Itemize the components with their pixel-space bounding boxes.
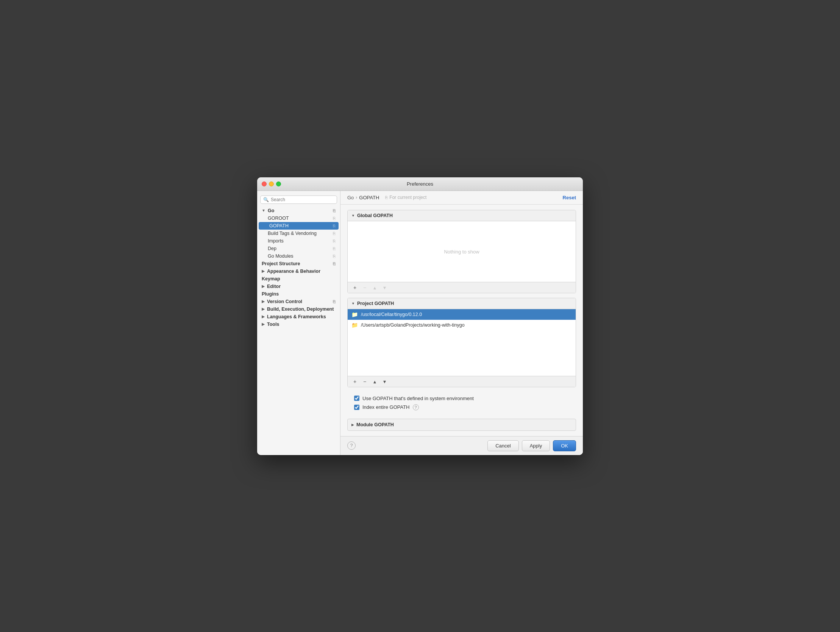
maximize-button[interactable] (276, 182, 281, 187)
global-gopath-title: Global GOPATH (357, 213, 393, 218)
sidebar-item-editor-label: Editor (267, 284, 281, 289)
sidebar-item-gopath[interactable]: GOPATH ⎘ (259, 222, 339, 230)
search-input[interactable] (271, 197, 334, 202)
close-button[interactable] (262, 182, 267, 187)
sidebar-item-go-modules-label: Go Modules (268, 253, 293, 259)
project-gopath-toolbar: + − ▴ ▾ (348, 376, 576, 387)
module-gopath-expand-icon: ▶ (351, 423, 354, 427)
global-gopath-section: ▼ Global GOPATH Nothing to show + − ▴ ▾ (347, 210, 576, 293)
sidebar-item-go-modules[interactable]: Go Modules ⎘ (257, 252, 340, 260)
sidebar-item-gopath-label: GOPATH (269, 223, 289, 228)
sidebar-item-dep[interactable]: Dep ⎘ (257, 245, 340, 252)
copy-gopath-icon: ⎘ (333, 223, 336, 228)
expand-version-control-icon: ▶ (262, 299, 265, 304)
sidebar-item-build-tags-label: Build Tags & Vendoring (268, 231, 317, 236)
window-body: 🔍 ▼ Go ⎘ GOROOT ⎘ GOPATH ⎘ Build T (257, 191, 583, 455)
sidebar-item-goroot[interactable]: GOROOT ⎘ (257, 214, 340, 222)
copy-project-structure-icon: ⎘ (333, 261, 336, 266)
title-bar: Preferences (257, 177, 583, 191)
preferences-window: Preferences 🔍 ▼ Go ⎘ GOROOT ⎘ GO (257, 177, 583, 455)
sidebar-item-version-control-label: Version Control (267, 299, 302, 304)
project-down-button[interactable]: ▾ (380, 378, 388, 385)
apply-button[interactable]: Apply (522, 440, 550, 451)
project-add-button[interactable]: + (351, 378, 359, 385)
help-button[interactable]: ? (347, 442, 355, 450)
sidebar-item-dep-label: Dep (268, 246, 276, 251)
global-gopath-header[interactable]: ▼ Global GOPATH (348, 210, 576, 221)
sidebar-item-keymap[interactable]: Keymap (257, 275, 340, 283)
folder-icon-1: 📁 (351, 312, 358, 317)
sidebar-item-imports[interactable]: Imports ⎘ (257, 237, 340, 245)
window-title: Preferences (407, 181, 433, 187)
sidebar-item-build-tags[interactable]: Build Tags & Vendoring ⎘ (257, 230, 340, 237)
content-area: ▼ Global GOPATH Nothing to show + − ▴ ▾ (341, 204, 583, 436)
copy-small-icon: ⎘ (385, 195, 388, 200)
reset-button[interactable]: Reset (563, 195, 576, 200)
sidebar-item-tools[interactable]: ▶ Tools (257, 320, 340, 328)
list-item[interactable]: 📁 /Users/artspb/GolandProjects/working-w… (348, 320, 576, 330)
global-down-button[interactable]: ▾ (380, 284, 388, 291)
sidebar-item-editor[interactable]: ▶ Editor (257, 283, 340, 290)
project-gopath-expand-icon: ▼ (351, 302, 355, 306)
minimize-button[interactable] (269, 182, 274, 187)
expand-go-icon: ▼ (262, 208, 265, 212)
breadcrumb-project[interactable]: ⎘ For current project (385, 195, 426, 200)
use-gopath-label: Use GOPATH that's defined in system envi… (362, 396, 474, 401)
sidebar-item-imports-label: Imports (268, 238, 284, 244)
copy-dep-icon: ⎘ (333, 246, 336, 251)
breadcrumb-arrow: › (355, 195, 357, 200)
sidebar-item-appearance-behavior[interactable]: ▶ Appearance & Behavior (257, 268, 340, 275)
use-gopath-row: Use GOPATH that's defined in system envi… (354, 396, 569, 401)
main-content: Go › GOPATH ⎘ For current project Reset … (341, 191, 583, 455)
ok-button[interactable]: OK (553, 440, 576, 451)
expand-build-exec-icon: ▶ (262, 307, 265, 311)
use-gopath-checkbox[interactable] (354, 396, 359, 401)
breadcrumb-current: GOPATH (359, 195, 379, 200)
sidebar-item-go-label: Go (268, 208, 274, 213)
sidebar-item-project-structure[interactable]: Project Structure ⎘ (257, 260, 340, 268)
sidebar-item-tools-label: Tools (267, 322, 279, 327)
project-gopath-empty-space (348, 330, 576, 376)
sidebar-item-go[interactable]: ▼ Go ⎘ (257, 207, 340, 214)
search-box[interactable]: 🔍 (260, 195, 337, 204)
index-gopath-row: Index entire GOPATH ? (354, 404, 569, 410)
sidebar-item-project-structure-label: Project Structure (262, 261, 300, 266)
module-gopath-title: Module GOPATH (356, 422, 394, 428)
project-gopath-title: Project GOPATH (357, 301, 394, 306)
expand-editor-icon: ▶ (262, 284, 265, 288)
sidebar-item-version-control[interactable]: ▶ Version Control ⎘ (257, 298, 340, 306)
global-gopath-toolbar: + − ▴ ▾ (348, 282, 576, 293)
copy-version-control-icon: ⎘ (333, 299, 336, 304)
cancel-button[interactable]: Cancel (488, 440, 518, 451)
search-icon: 🔍 (263, 197, 269, 202)
project-gopath-list: 📁 /usr/local/Cellar/tinygo/0.12.0 📁 /Use… (348, 309, 576, 376)
sidebar-item-languages-frameworks-label: Languages & Frameworks (267, 314, 326, 319)
index-gopath-help-icon[interactable]: ? (413, 404, 419, 410)
expand-appearance-icon: ▶ (262, 269, 265, 273)
breadcrumb-go: Go (347, 195, 354, 200)
list-item[interactable]: 📁 /usr/local/Cellar/tinygo/0.12.0 (348, 309, 576, 320)
sidebar-item-plugins-label: Plugins (262, 291, 279, 297)
index-gopath-checkbox[interactable] (354, 405, 359, 410)
module-gopath-section[interactable]: ▶ Module GOPATH (347, 419, 576, 431)
copy-go-icon: ⎘ (333, 208, 336, 213)
sidebar-item-languages-frameworks[interactable]: ▶ Languages & Frameworks (257, 313, 340, 320)
project-gopath-section: ▼ Project GOPATH 📁 /usr/local/Cellar/tin… (347, 298, 576, 387)
index-gopath-label: Index entire GOPATH (362, 404, 410, 410)
copy-goroot-icon: ⎘ (333, 216, 336, 220)
global-remove-button[interactable]: − (360, 284, 369, 291)
project-gopath-header[interactable]: ▼ Project GOPATH (348, 298, 576, 309)
checkboxes-area: Use GOPATH that's defined in system envi… (347, 392, 576, 414)
project-remove-button[interactable]: − (360, 378, 369, 385)
project-up-button[interactable]: ▴ (370, 378, 379, 385)
copy-build-tags-icon: ⎘ (333, 231, 336, 236)
breadcrumb-project-label: For current project (389, 195, 426, 200)
global-add-button[interactable]: + (351, 284, 359, 291)
sidebar-item-plugins[interactable]: Plugins (257, 290, 340, 298)
sidebar: 🔍 ▼ Go ⎘ GOROOT ⎘ GOPATH ⎘ Build T (257, 191, 341, 455)
expand-tools-icon: ▶ (262, 322, 265, 326)
footer: ? Cancel Apply OK (341, 436, 583, 455)
breadcrumb: Go › GOPATH ⎘ For current project Reset (341, 191, 583, 204)
global-up-button[interactable]: ▴ (370, 284, 379, 291)
sidebar-item-build-exec[interactable]: ▶ Build, Execution, Deployment (257, 306, 340, 313)
